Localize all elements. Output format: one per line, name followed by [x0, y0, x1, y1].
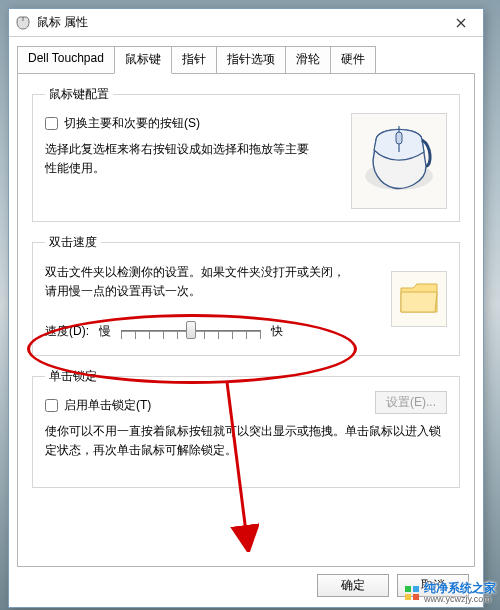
swap-buttons-desc: 选择此复选框来将右按钮设成如选择和拖放等主要性能使用。 [45, 140, 315, 178]
swap-buttons-checkbox-row[interactable]: 切换主要和次要的按钮(S) [45, 115, 339, 132]
speed-label: 速度(D): [45, 323, 89, 340]
folder-test-icon[interactable] [391, 271, 447, 327]
ok-button[interactable]: 确定 [317, 574, 389, 597]
tab-dell-touchpad[interactable]: Dell Touchpad [17, 46, 115, 74]
mouse-properties-window: 鼠标 属性 Dell Touchpad 鼠标键 指针 指针选项 滑轮 硬件 鼠标… [8, 8, 484, 608]
mouse-icon [15, 15, 31, 31]
clicklock-checkbox[interactable] [45, 399, 58, 412]
double-click-desc: 双击文件夹以检测你的设置。如果文件夹没打开或关闭，请用慢一点的设置再试一次。 [45, 263, 345, 301]
speed-slider-row: 速度(D): 慢 快 [45, 319, 369, 343]
speed-fast-label: 快 [271, 323, 283, 340]
tab-mouse-buttons[interactable]: 鼠标键 [114, 46, 172, 74]
tabs: Dell Touchpad 鼠标键 指针 指针选项 滑轮 硬件 [9, 37, 483, 73]
cancel-button[interactable]: 取消 [397, 574, 469, 597]
clicklock-label: 启用单击锁定(T) [64, 397, 151, 414]
button-config-legend: 鼠标键配置 [45, 86, 113, 103]
close-button[interactable] [439, 9, 483, 37]
tab-pointer-options[interactable]: 指针选项 [216, 46, 286, 74]
titlebar: 鼠标 属性 [9, 9, 483, 37]
double-click-legend: 双击速度 [45, 234, 101, 251]
clicklock-legend: 单击锁定 [45, 368, 101, 385]
svg-rect-2 [396, 132, 402, 144]
tab-pointers[interactable]: 指针 [171, 46, 217, 74]
double-click-speed-slider[interactable] [121, 319, 261, 343]
clicklock-desc: 使你可以不用一直按着鼠标按钮就可以突出显示或拖拽。单击鼠标以进入锁定状态，再次单… [45, 422, 447, 460]
mouse-illustration [351, 113, 447, 209]
dialog-buttons: 确定 取消 [317, 574, 469, 597]
window-title: 鼠标 属性 [37, 14, 88, 31]
swap-buttons-checkbox[interactable] [45, 117, 58, 130]
tab-wheel[interactable]: 滑轮 [285, 46, 331, 74]
clicklock-settings-button[interactable]: 设置(E)... [375, 391, 447, 414]
tab-page: 鼠标键配置 切换主要和次要的按钮(S) 选择此复选框来将右按钮设成如选择和拖放等… [17, 73, 475, 567]
button-config-group: 鼠标键配置 切换主要和次要的按钮(S) 选择此复选框来将右按钮设成如选择和拖放等… [32, 86, 460, 222]
tab-hardware[interactable]: 硬件 [330, 46, 376, 74]
speed-slow-label: 慢 [99, 323, 111, 340]
swap-buttons-label: 切换主要和次要的按钮(S) [64, 115, 200, 132]
double-click-group: 双击速度 双击文件夹以检测你的设置。如果文件夹没打开或关闭，请用慢一点的设置再试… [32, 234, 460, 356]
clicklock-group: 单击锁定 启用单击锁定(T) 设置(E)... 使你可以不用一直按着鼠标按钮就可… [32, 368, 460, 488]
